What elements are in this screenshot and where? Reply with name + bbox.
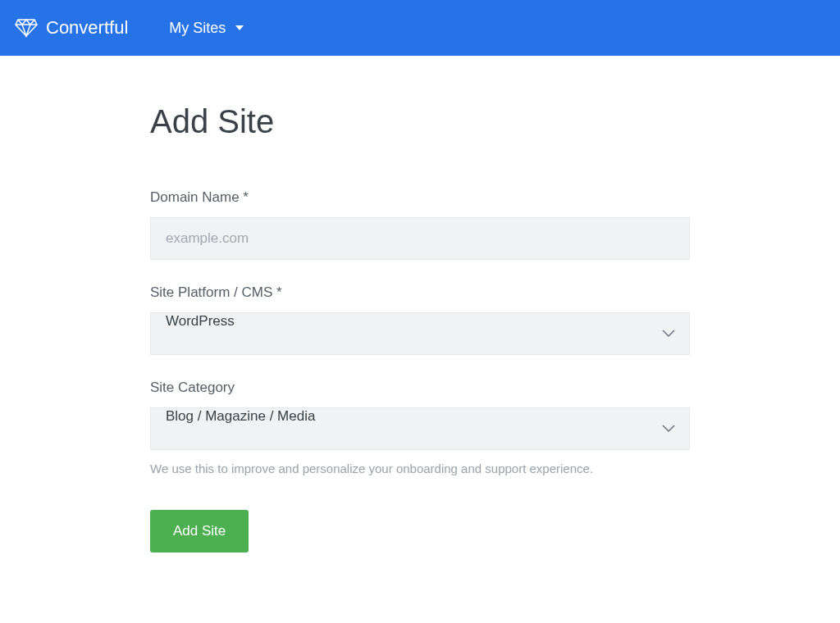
platform-group: Site Platform / CMS * WordPress xyxy=(150,284,690,355)
platform-label: Site Platform / CMS * xyxy=(150,284,690,301)
brand-logo[interactable]: Convertful xyxy=(15,17,128,39)
category-group: Site Category Blog / Magazine / Media We… xyxy=(150,380,690,475)
add-site-button[interactable]: Add Site xyxy=(150,510,249,553)
category-select[interactable]: Blog / Magazine / Media xyxy=(150,407,690,450)
page-title: Add Site xyxy=(150,103,690,140)
platform-select[interactable]: WordPress xyxy=(150,312,690,355)
brand-name: Convertful xyxy=(46,17,128,39)
category-label: Site Category xyxy=(150,380,690,396)
domain-name-input[interactable] xyxy=(150,217,690,260)
diamond-icon xyxy=(15,18,38,38)
main-content: Add Site Domain Name * Site Platform / C… xyxy=(150,56,690,553)
caret-down-icon xyxy=(235,25,244,30)
domain-name-label: Domain Name * xyxy=(150,189,690,206)
nav-my-sites-label: My Sites xyxy=(169,20,226,37)
header: Convertful My Sites xyxy=(0,0,840,56)
nav-my-sites[interactable]: My Sites xyxy=(169,20,244,37)
category-help-text: We use this to improve and personalize y… xyxy=(150,462,690,475)
domain-name-group: Domain Name * xyxy=(150,189,690,260)
